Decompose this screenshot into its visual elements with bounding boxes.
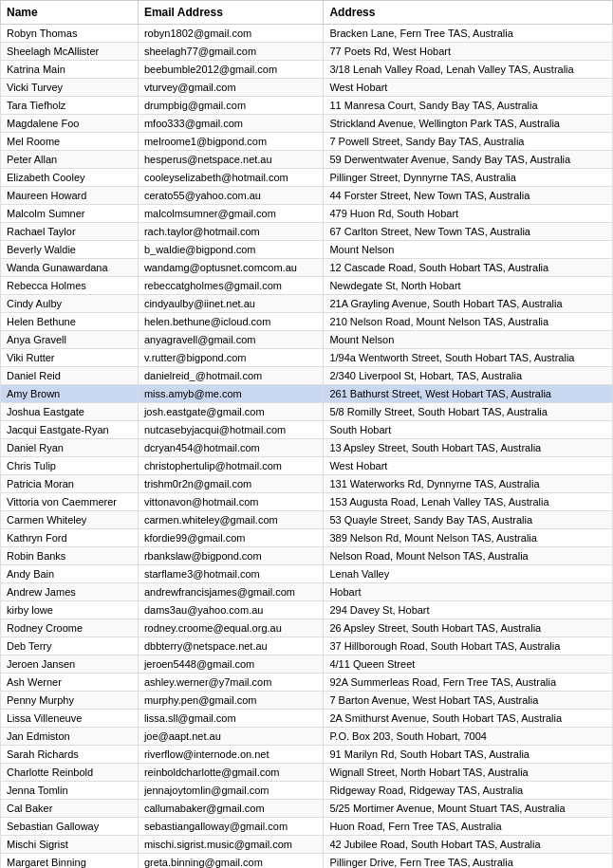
table-row[interactable]: Helen Bethunehelen.bethune@icloud.com210… — [1, 313, 613, 331]
table-row[interactable]: Charlotte Reinboldreinboldcharlotte@gmai… — [1, 764, 613, 782]
table-row[interactable]: Cindy Aulbycindyaulby@iinet.net.au21A Gr… — [1, 295, 613, 313]
table-row[interactable]: Sebastian Gallowaysebastiangalloway@gmai… — [1, 818, 613, 836]
cell-email: starflame3@hotmail.com — [138, 565, 324, 583]
cell-address: 389 Nelson Rd, Mount Nelson TAS, Austral… — [324, 529, 613, 547]
cell-name: Magdalene Foo — [1, 115, 139, 133]
table-row[interactable]: kirby lowedams3au@yahoo.com.au294 Davey … — [1, 601, 613, 619]
table-row[interactable]: Katrina Mainbeebumble2012@gmail.com3/18 … — [1, 61, 613, 79]
cell-address: 153 Augusta Road, Lenah Valley TAS, Aust… — [324, 493, 613, 511]
table-row[interactable]: Anya Gravellanyagravell@gmail.comMount N… — [1, 331, 613, 349]
table-row[interactable]: Maureen Howardcerato55@yahoo.com.au44 Fo… — [1, 187, 613, 205]
col-header-address: Address — [324, 1, 613, 25]
table-row[interactable]: Mel Roomemelroome1@bigpond.com7 Powell S… — [1, 133, 613, 151]
cell-address: 4/11 Queen Street — [324, 656, 613, 674]
table-row[interactable]: Jenna Tomlinjennajoytomlin@gmail.comRidg… — [1, 782, 613, 800]
cell-email: carmen.whiteley@gmail.com — [138, 511, 324, 529]
cell-name: Penny Murphy — [1, 692, 139, 710]
cell-email: josh.eastgate@gmail.com — [138, 403, 324, 421]
cell-name: Katrina Main — [1, 61, 139, 79]
table-row[interactable]: Malcolm Sumnermalcolmsumner@gmail.com479… — [1, 205, 613, 223]
table-row[interactable]: Penny Murphymurphy.pen@gmail.com7 Barton… — [1, 692, 613, 710]
table-row[interactable]: Cal Bakercallumabaker@gmail.com5/25 Mort… — [1, 800, 613, 818]
table-row[interactable]: Andy Bainstarflame3@hotmail.comLenah Val… — [1, 565, 613, 583]
cell-name: Andy Bain — [1, 565, 139, 583]
table-row[interactable]: Rebecca Holmesrebeccatgholmes@gmail.comN… — [1, 277, 613, 295]
cell-email: vturvey@gmail.com — [138, 79, 324, 97]
cell-name: Jacqui Eastgate-Ryan — [1, 421, 139, 439]
table-row[interactable]: Tara Tiefholzdrumpbig@gmail.com11 Manres… — [1, 97, 613, 115]
cell-email: helen.bethune@icloud.com — [138, 313, 324, 331]
cell-address: 11 Manresa Court, Sandy Bay TAS, Austral… — [324, 97, 613, 115]
table-row[interactable]: Amy Brownmiss.amyb@me.com261 Bathurst St… — [1, 385, 613, 403]
cell-address: 479 Huon Rd, South Hobart — [324, 205, 613, 223]
cell-email: dams3au@yahoo.com.au — [138, 601, 324, 619]
cell-name: Jenna Tomlin — [1, 782, 139, 800]
table-row[interactable]: Jan Edmistonjoe@aapt.net.auP.O. Box 203,… — [1, 728, 613, 746]
table-row[interactable]: Robyn Thomasrobyn1802@gmail.comBracken L… — [1, 25, 613, 43]
table-row[interactable]: Viki Rutterv.rutter@bigpond.com1/94a Wen… — [1, 349, 613, 367]
cell-name: Beverly Waldie — [1, 241, 139, 259]
cell-name: Kathryn Ford — [1, 529, 139, 547]
table-row[interactable]: Chris Tulipchristophertulip@hotmail.comW… — [1, 457, 613, 475]
cell-name: Jan Edmiston — [1, 728, 139, 746]
cell-name: Vicki Turvey — [1, 79, 139, 97]
table-row[interactable]: Lissa Villeneuvelissa.sll@gmail.com2A Sm… — [1, 710, 613, 728]
cell-address: 42 Jubilee Road, South Hobart TAS, Austr… — [324, 836, 613, 854]
table-row[interactable]: Peter Allanhesperus@netspace.net.au59 De… — [1, 151, 613, 169]
table-row[interactable]: Vittoria von Caemmerervittonavon@hotmail… — [1, 493, 613, 511]
table-row[interactable]: Sarah Richardsriverflow@internode.on.net… — [1, 746, 613, 764]
cell-email: riverflow@internode.on.net — [138, 746, 324, 764]
cell-name: Ash Werner — [1, 674, 139, 692]
cell-email: wandamg@optusnet.comcom.au — [138, 259, 324, 277]
table-row[interactable]: Margaret Binninggreta.binning@gmail.comP… — [1, 854, 613, 869]
cell-address: 131 Waterworks Rd, Dynnyrne TAS, Austral… — [324, 475, 613, 493]
cell-name: Elizabeth Cooley — [1, 169, 139, 187]
cell-email: callumabaker@gmail.com — [138, 800, 324, 818]
cell-name: Robyn Thomas — [1, 25, 139, 43]
cell-name: Maureen Howard — [1, 187, 139, 205]
cell-email: v.rutter@bigpond.com — [138, 349, 324, 367]
cell-address: Nelson Road, Mount Nelson TAS, Australia — [324, 547, 613, 565]
cell-email: ashley.werner@y7mail.com — [138, 674, 324, 692]
cell-name: Patricia Moran — [1, 475, 139, 493]
cell-email: rach.taylor@hotmail.com — [138, 223, 324, 241]
table-row[interactable]: Andrew Jamesandrewfrancisjames@gmail.com… — [1, 583, 613, 601]
cell-address: 2/340 Liverpool St, Hobart, TAS, Austral… — [324, 367, 613, 385]
table-row[interactable]: Beverly Waldieb_waldie@bigpond.comMount … — [1, 241, 613, 259]
table-row[interactable]: Jeroen Jansenjeroen5448@gmail.com4/11 Qu… — [1, 656, 613, 674]
table-row[interactable]: Ash Wernerashley.werner@y7mail.com92A Su… — [1, 674, 613, 692]
cell-address: 21A Grayling Avenue, South Hobart TAS, A… — [324, 295, 613, 313]
table-row[interactable]: Sheelagh McAllistersheelagh77@gmail.com7… — [1, 43, 613, 61]
cell-name: Helen Bethune — [1, 313, 139, 331]
table-row[interactable]: Mischi Sigristmischi.sigrist.music@gmail… — [1, 836, 613, 854]
cell-email: reinboldcharlotte@gmail.com — [138, 764, 324, 782]
cell-address: 3/18 Lenah Valley Road, Lenah Valley TAS… — [324, 61, 613, 79]
table-row[interactable]: Vicki Turveyvturvey@gmail.comWest Hobart — [1, 79, 613, 97]
cell-address: 12 Cascade Road, South Hobart TAS, Austr… — [324, 259, 613, 277]
table-row[interactable]: Daniel Reiddanielreid_@hotmail.com2/340 … — [1, 367, 613, 385]
table-row[interactable]: Jacqui Eastgate-Ryannutcasebyjacqui@hotm… — [1, 421, 613, 439]
cell-address: 7 Barton Avenue, West Hobart TAS, Austra… — [324, 692, 613, 710]
cell-email: malcolmsumner@gmail.com — [138, 205, 324, 223]
cell-name: Daniel Ryan — [1, 439, 139, 457]
table-row[interactable]: Elizabeth Cooleycooleyselizabeth@hotmail… — [1, 169, 613, 187]
table-row[interactable]: Joshua Eastgatejosh.eastgate@gmail.com5/… — [1, 403, 613, 421]
table-row[interactable]: Patricia Morantrishm0r2n@gmail.com131 Wa… — [1, 475, 613, 493]
table-row[interactable]: Daniel Ryandcryan454@hotmail.com13 Apsle… — [1, 439, 613, 457]
table-row[interactable]: Robin Banksrbankslaw@bigpond.comNelson R… — [1, 547, 613, 565]
table-row[interactable]: Carmen Whiteleycarmen.whiteley@gmail.com… — [1, 511, 613, 529]
cell-address: 44 Forster Street, New Town TAS, Austral… — [324, 187, 613, 205]
cell-email: sebastiangalloway@gmail.com — [138, 818, 324, 836]
cell-email: anyagravell@gmail.com — [138, 331, 324, 349]
cell-address: West Hobart — [324, 457, 613, 475]
cell-email: dbbterry@netspace.net.au — [138, 637, 324, 656]
cell-email: danielreid_@hotmail.com — [138, 367, 324, 385]
table-row[interactable]: Magdalene Foomfoo333@gmail.comStrickland… — [1, 115, 613, 133]
table-row[interactable]: Deb Terrydbbterry@netspace.net.au37 Hill… — [1, 637, 613, 656]
table-row[interactable]: Wanda Gunawardanawandamg@optusnet.comcom… — [1, 259, 613, 277]
table-row[interactable]: Kathryn Fordkfordie99@gmail.com389 Nelso… — [1, 529, 613, 547]
table-row[interactable]: Rodney Croomerodney.croome@equal.org.au2… — [1, 619, 613, 637]
cell-name: Rachael Taylor — [1, 223, 139, 241]
table-row[interactable]: Rachael Taylorrach.taylor@hotmail.com67 … — [1, 223, 613, 241]
cell-email: vittonavon@hotmail.com — [138, 493, 324, 511]
